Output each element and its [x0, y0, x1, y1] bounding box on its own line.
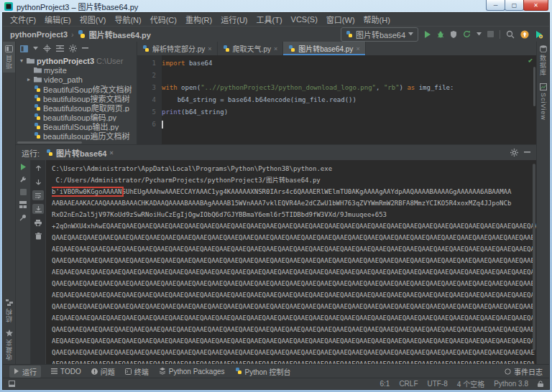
- code-token: import: [162, 60, 185, 67]
- code-editor[interactable]: ✔ 1import base6423with open("..//pythonP…: [137, 55, 536, 144]
- menu-item[interactable]: 视图(V): [75, 14, 111, 25]
- tool-window-button-error[interactable]: 问题: [91, 366, 115, 377]
- event-log-label: 事件日志: [514, 366, 543, 377]
- maximize-button[interactable]: ▢: [505, 0, 524, 11]
- code-token: ,: [376, 84, 384, 91]
- run-tab[interactable]: 图片转base64 ×: [46, 147, 114, 159]
- tree-item[interactable]: BeautifulSoup输出.py: [16, 121, 137, 131]
- tree-item[interactable]: Beautifulsoup爬取网页.p: [16, 103, 137, 112]
- minimize-button[interactable]: ─: [486, 0, 505, 11]
- profiler-button[interactable]: [463, 30, 471, 38]
- tool-stripe-database[interactable]: 数据库: [538, 42, 548, 80]
- menu-item[interactable]: 编辑(E): [40, 14, 75, 25]
- menu-item[interactable]: 运行(U): [216, 14, 252, 25]
- status-item[interactable]: Python 3.8: [494, 380, 528, 388]
- run-config-select[interactable]: 图片转base64: [341, 27, 418, 42]
- wrench-icon[interactable]: [19, 176, 27, 183]
- menu-item[interactable]: 帮助(H): [359, 14, 395, 25]
- tree-item[interactable]: beautifulsoup编码.py: [16, 112, 137, 121]
- chevron-down-icon[interactable]: [33, 47, 38, 50]
- down-stack-trace-icon[interactable]: [32, 177, 44, 187]
- chevron-expanded-icon[interactable]: ▾: [19, 57, 24, 64]
- pin-icon[interactable]: [19, 214, 27, 221]
- tree-item[interactable]: beautifulsoup遍历文档树: [16, 131, 137, 140]
- editor-scrollbar[interactable]: [533, 67, 535, 106]
- tree-item[interactable]: mysite: [16, 65, 137, 75]
- status-item[interactable]: UTF-8: [428, 380, 448, 388]
- close-icon[interactable]: ×: [274, 45, 277, 52]
- event-log-button[interactable]: 事件日志: [505, 366, 543, 377]
- menu-item[interactable]: 文件(F): [6, 14, 40, 25]
- close-icon[interactable]: ×: [109, 149, 113, 157]
- folder-icon: [27, 57, 34, 64]
- status-item[interactable]: CRLF: [399, 380, 418, 388]
- menu-item[interactable]: VCS(S): [287, 15, 322, 24]
- console-line: QAAEQAAEQAAEQAAEQAAEQAAEQAAEQAAEQAAEQAAE…: [52, 232, 536, 243]
- tree-item[interactable]: BeautifulSoup修改文档树: [16, 84, 137, 93]
- scroll-to-end-icon[interactable]: [32, 204, 44, 214]
- editor-tab-label: 图片转base64.py: [298, 43, 353, 54]
- debug-button[interactable]: [437, 31, 444, 38]
- menu-item[interactable]: 工具(T): [252, 14, 287, 25]
- hide-panel-icon[interactable]: [524, 151, 530, 154]
- menu-item[interactable]: 重构(R): [181, 14, 216, 25]
- packages-icon: [159, 368, 166, 375]
- tool-window-button-terminal[interactable]: 终端: [125, 366, 149, 377]
- menu-item[interactable]: 窗口(W): [322, 14, 359, 25]
- console-text: SUhEUgAAAhwAAAECCAYAAAC1yg4KAAAAAXNSR0IA…: [122, 188, 512, 195]
- tree-root-row[interactable]: ▾ pythonProject3 C:\User: [16, 56, 137, 65]
- locate-file-icon[interactable]: [43, 45, 51, 52]
- breadcrumb-file[interactable]: 图片转base64.py: [89, 29, 151, 40]
- whats-new-icon[interactable]: [535, 30, 543, 39]
- close-button[interactable]: ✕: [523, 0, 548, 11]
- run-console[interactable]: C:\Users\Administrator\AppData\Local\Pro…: [46, 160, 536, 364]
- tool-stripe-structure[interactable]: 结构: [4, 296, 14, 326]
- structure-icon: [6, 299, 13, 306]
- inspection-ok-icon[interactable]: ✔: [528, 56, 533, 64]
- window-title: pythonProject3 – 图片转base64.py: [17, 1, 138, 12]
- breadcrumb: pythonProject3 › 图片转base64.py: [3, 29, 151, 40]
- gear-icon[interactable]: [510, 149, 518, 157]
- soft-wrap-icon[interactable]: [32, 190, 44, 200]
- console-line: AEQAAEQAAEQAAEQAAEQAAEQAAEQAAEQAAEQAAEQA…: [52, 243, 536, 255]
- editor-tab[interactable]: 爬取天气.py×: [218, 42, 284, 55]
- status-item[interactable]: 6:1: [380, 380, 390, 388]
- tool-window-button-python[interactable]: Python 控制台: [235, 366, 291, 377]
- tool-stripe-sciview[interactable]: SciView: [540, 80, 547, 124]
- hide-panel-icon[interactable]: [82, 47, 88, 50]
- rerun-button[interactable]: [20, 164, 27, 170]
- console-scrollbar[interactable]: [533, 164, 535, 350]
- collapse-all-icon[interactable]: [56, 45, 64, 52]
- chevron-collapsed-icon[interactable]: ▸: [26, 76, 32, 83]
- menu-item[interactable]: 导航(N): [110, 14, 145, 25]
- stop-button: [487, 31, 494, 37]
- menu-item[interactable]: 代码(C): [146, 14, 181, 25]
- tool-stripe-project[interactable]: 项目: [3, 42, 15, 73]
- search-everywhere-icon[interactable]: [506, 30, 515, 39]
- gear-icon[interactable]: [69, 45, 77, 52]
- tool-window-button-packages[interactable]: Python Packages: [159, 368, 225, 375]
- clear-console-icon[interactable]: [32, 231, 44, 241]
- status-item[interactable]: 4 个空格: [457, 378, 484, 389]
- up-stack-trace-icon[interactable]: [32, 163, 44, 173]
- restore-layout-icon[interactable]: [19, 201, 27, 208]
- tree-item[interactable]: beautifulsoup搜索文档树: [16, 93, 137, 103]
- terminal-icon: [125, 368, 132, 375]
- run-button[interactable]: [424, 31, 431, 38]
- chevron-down-icon[interactable]: [477, 32, 482, 36]
- tree-item[interactable]: ▸video_path: [16, 75, 137, 84]
- tool-stripe-favorites[interactable]: 收藏夹: [4, 326, 14, 364]
- breadcrumb-project[interactable]: pythonProject3: [10, 30, 68, 39]
- close-icon[interactable]: ×: [208, 45, 211, 52]
- close-icon[interactable]: ×: [356, 45, 359, 52]
- update-available-icon[interactable]: [520, 30, 529, 39]
- project-view-icon[interactable]: [20, 45, 28, 52]
- tool-window-toggle-icon[interactable]: [9, 381, 15, 387]
- tool-window-button-list[interactable]: TODO: [51, 368, 81, 375]
- editor-tab[interactable]: 图片转base64.py×: [283, 42, 365, 55]
- print-icon[interactable]: [32, 218, 44, 228]
- tree-hscrollbar[interactable]: [16, 141, 137, 144]
- coverage-button[interactable]: [450, 31, 457, 38]
- tool-window-button-play[interactable]: 运行: [9, 365, 41, 378]
- editor-tab[interactable]: 解析特定部分.py×: [137, 42, 218, 55]
